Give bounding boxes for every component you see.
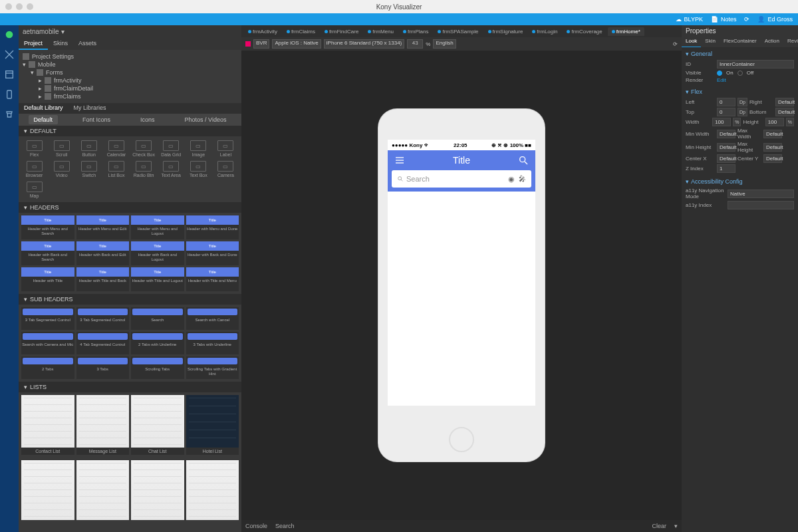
form-tab-frmHome[interactable]: frmHome* xyxy=(608,27,644,36)
list-template[interactable]: Chat List xyxy=(131,395,184,455)
render-edit-link[interactable]: Edit xyxy=(717,77,726,83)
subheader-template[interactable]: 2 Tabs xyxy=(21,356,74,379)
proptab-skin[interactable]: Skin xyxy=(701,37,720,47)
list-template[interactable] xyxy=(186,460,239,520)
minwidth-input[interactable]: Default xyxy=(717,130,735,138)
form-tab-frmFindCare[interactable]: frmFindCare xyxy=(321,27,362,36)
header-template[interactable]: TitleHeader with Back and Done xyxy=(186,241,239,265)
tree-row[interactable]: ▸frmActivity xyxy=(23,76,237,84)
list-template[interactable] xyxy=(131,460,184,520)
centerx-input[interactable]: Default xyxy=(717,154,735,163)
tab-project[interactable]: Project xyxy=(19,38,48,50)
collapse-icon[interactable]: ▾ xyxy=(674,523,678,529)
zoom-input[interactable]: 43 xyxy=(407,39,423,49)
a11y-navmode-select[interactable]: Native xyxy=(728,190,794,198)
form-tab-frmSPASample[interactable]: frmSPASample xyxy=(434,27,482,36)
widget-camera[interactable]: ▭Camera xyxy=(213,160,239,179)
canvas-stage[interactable]: ●●●●● Kony ᯤ 22:05 ⊕ ⤧ ⊛ 100% ■■ Title xyxy=(241,51,682,520)
subheader-template[interactable]: 3 Tabs with Underline xyxy=(186,332,239,354)
widget-data-grid[interactable]: ▭Data Grid xyxy=(158,139,184,158)
zindex-input[interactable]: 1 xyxy=(717,164,735,173)
form-tab-frmSignature[interactable]: frmSignature xyxy=(484,27,527,36)
section-headers[interactable]: ▾ HEADERS xyxy=(19,202,241,213)
cat-icons[interactable]: Icons xyxy=(135,115,160,124)
form-tab-frmActivity[interactable]: frmActivity xyxy=(244,27,281,36)
logo-icon[interactable] xyxy=(4,29,15,40)
device-tool-icon[interactable] xyxy=(4,89,15,100)
list-template[interactable]: Contact List xyxy=(21,395,74,455)
app-header[interactable]: Title xyxy=(388,150,535,170)
tab-my-libraries[interactable]: My Libraries xyxy=(68,103,112,114)
bottom-input[interactable]: Default xyxy=(775,108,794,116)
cloud-account[interactable]: ☁ BLYPK xyxy=(676,16,703,23)
form-tab-frmLogin[interactable]: frmLogin xyxy=(528,27,561,36)
list-template[interactable] xyxy=(21,460,74,520)
refresh-icon[interactable]: ⟳ xyxy=(673,41,678,47)
subheader-template[interactable]: 4 Tab Segmented Control xyxy=(76,332,130,354)
widget-image[interactable]: ▭Image xyxy=(186,139,211,158)
a11y-index-input[interactable] xyxy=(728,201,794,209)
channel-select[interactable]: BVR xyxy=(253,39,269,49)
top-input[interactable]: 0 xyxy=(717,108,735,116)
tree-row[interactable]: Project Settings xyxy=(23,53,237,61)
tree-row[interactable]: ▾Forms xyxy=(23,68,237,76)
section-subheaders[interactable]: ▾ SUB HEADERS xyxy=(19,294,241,305)
window-controls[interactable] xyxy=(5,3,33,10)
widget-flex[interactable]: ▭Flex xyxy=(21,139,47,158)
search-icon[interactable] xyxy=(518,155,529,166)
header-template[interactable]: TitleHeader with Back and Search xyxy=(21,241,74,265)
section-a11y[interactable]: ▾ Accessibility Config xyxy=(686,176,794,187)
widget-scroll[interactable]: ▭Scroll xyxy=(49,139,74,158)
widget-map[interactable]: ▭Map xyxy=(21,180,47,200)
widget-radio-btn[interactable]: ▭Radio Btn xyxy=(131,160,157,179)
tab-skins[interactable]: Skins xyxy=(48,38,73,50)
section-default[interactable]: ▾ DEFAULT xyxy=(19,126,241,136)
tree-row[interactable]: ▸frmClaimDetail xyxy=(23,84,237,92)
subheader-template[interactable]: 3 Tab Segmented Control xyxy=(21,307,74,330)
right-input[interactable]: Default xyxy=(775,98,794,106)
centery-input[interactable]: Default xyxy=(763,154,782,163)
subheader-template[interactable]: 3 Tabs xyxy=(76,356,130,379)
list-template[interactable] xyxy=(76,460,130,520)
list-template[interactable]: Message List xyxy=(76,395,130,455)
proptab-look[interactable]: Look xyxy=(682,37,701,47)
subheader-template[interactable]: Search with Camera and Mic xyxy=(21,332,74,354)
cat-font-icons[interactable]: Font Icons xyxy=(77,115,116,124)
design-tool-icon[interactable] xyxy=(4,49,15,60)
language-select[interactable]: English xyxy=(433,39,456,49)
subheader-template[interactable]: Search with Cancel xyxy=(186,307,239,330)
notes-button[interactable]: 📄 Notes xyxy=(711,16,737,23)
subheader-template[interactable]: Search xyxy=(131,307,184,330)
widget-text-box[interactable]: ▭Text Box xyxy=(186,160,211,179)
subheader-template[interactable]: Scrolling Tabs with Gradient Hint xyxy=(186,356,239,379)
camera-icon[interactable]: ◉ xyxy=(508,175,515,184)
tree-row[interactable]: ▸frmClaims xyxy=(23,92,237,100)
widget-check-box[interactable]: ▭Check Box xyxy=(131,139,157,158)
form-tab-frmPlans[interactable]: frmPlans xyxy=(399,27,433,36)
form-tab-frmMenu[interactable]: frmMenu xyxy=(364,27,398,36)
list-template[interactable]: Hotel List xyxy=(186,395,239,455)
left-input[interactable]: 0 xyxy=(717,98,735,106)
console-clear-button[interactable]: Clear xyxy=(652,523,666,529)
widget-list-box[interactable]: ▭List Box xyxy=(103,160,129,179)
widget-video[interactable]: ▭Video xyxy=(49,160,74,179)
maxwidth-input[interactable]: Default xyxy=(763,130,782,138)
console-tab[interactable]: Console xyxy=(245,523,267,529)
sync-icon[interactable]: ⟳ xyxy=(744,16,749,23)
header-template[interactable]: TitleHeader with Back and Edit xyxy=(76,241,130,265)
header-template[interactable]: TitleHeader with Menu and Search xyxy=(21,215,74,239)
proptab-review[interactable]: Review xyxy=(783,37,798,47)
store-tool-icon[interactable] xyxy=(4,109,15,120)
header-template[interactable]: TitleHeader with Title and Menu xyxy=(186,267,239,291)
widget-calendar[interactable]: ▭Calendar xyxy=(103,139,129,158)
width-input[interactable]: 100 xyxy=(712,118,731,126)
section-flex[interactable]: ▾ Flex xyxy=(686,86,794,97)
search-bar[interactable]: Search ◉ 🎤︎ xyxy=(392,170,531,188)
header-template[interactable]: TitleHeader with Title xyxy=(21,267,74,291)
subheader-template[interactable]: 2 Tabs with Underline xyxy=(131,332,184,354)
mic-icon[interactable]: 🎤︎ xyxy=(519,175,526,183)
height-input[interactable]: 100 xyxy=(765,118,784,126)
header-template[interactable]: TitleHeader with Menu and Edit xyxy=(76,215,130,239)
form-tab-frmCoverage[interactable]: frmCoverage xyxy=(563,27,606,36)
header-template[interactable]: TitleHeader with Menu and Done xyxy=(186,215,239,239)
